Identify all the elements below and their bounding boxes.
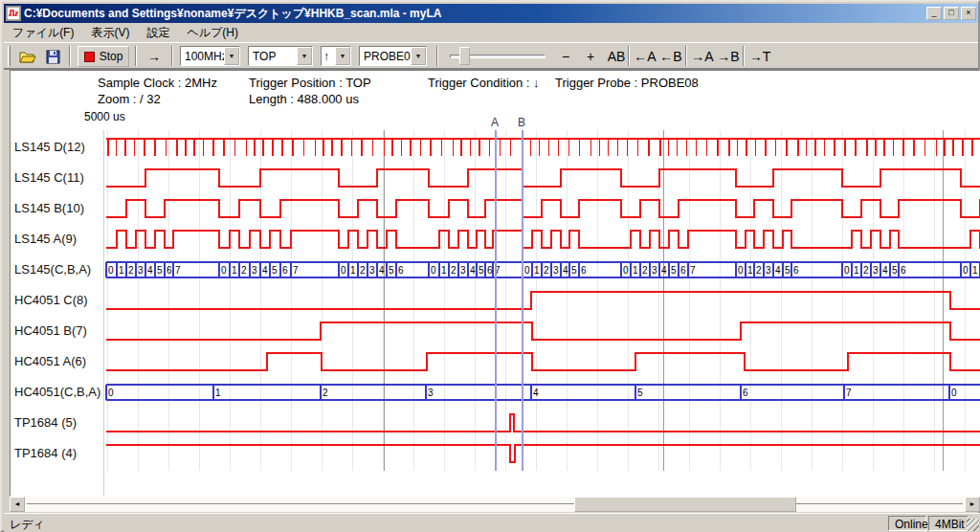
chevron-down-icon[interactable]: ▼: [297, 47, 312, 65]
window-title: C:¥Documents and Settings¥noname¥デスクトップ¥…: [24, 6, 926, 22]
toolbar-separator: [743, 46, 745, 66]
scroll-right-button[interactable]: ►: [965, 497, 980, 512]
window-controls: _ □ ×: [926, 7, 976, 20]
trigger-position-readout: Trigger Position : TOP: [249, 76, 371, 90]
channel-label: HC4051 C(8): [14, 293, 88, 307]
length-readout: Length : 488.000 us: [249, 92, 359, 106]
goto-a-right-button[interactable]: →A: [690, 46, 715, 67]
chevron-down-icon[interactable]: ▼: [224, 47, 239, 65]
probe-select[interactable]: PROBE00 ▼: [359, 46, 427, 66]
toolbar-gripper: [8, 46, 11, 66]
menu-file[interactable]: ファイル(F): [4, 23, 82, 43]
channel-label: TP1684 (4): [14, 446, 77, 460]
chevron-down-icon[interactable]: ▼: [335, 47, 350, 65]
toolbar-separator: [135, 46, 137, 66]
channel-label: HC4051(C,B,A): [14, 385, 100, 399]
chevron-down-icon[interactable]: ▼: [411, 47, 426, 65]
channel-label: HC4051 A(6): [14, 354, 86, 368]
menu-settings[interactable]: 設定: [138, 23, 178, 43]
scrollbar-thumb[interactable]: [574, 497, 796, 512]
channel-label: LS145(C,B,A): [14, 262, 91, 277]
channel-label: LS145 D(12): [14, 140, 85, 154]
toolbar-separator: [628, 46, 630, 66]
goto-b-left-button[interactable]: ←B: [658, 46, 683, 67]
status-memory-badge: 4MBit: [928, 516, 969, 531]
floppy-disk-icon: [46, 50, 60, 64]
minimize-button[interactable]: _: [926, 7, 942, 20]
title-bar[interactable]: C:¥Documents and Settings¥noname¥デスクトップ¥…: [4, 4, 978, 23]
stop-label: Stop: [100, 50, 123, 63]
open-file-button[interactable]: [16, 46, 39, 67]
scroll-left-button[interactable]: ◄: [10, 497, 25, 512]
save-button[interactable]: [41, 46, 64, 67]
toolbar: Stop → 100MHz ▼ TOP ▼ ↑ ▼ PROBE00 ▼ − + …: [4, 42, 978, 70]
ab-cursors-button[interactable]: AB: [604, 46, 629, 67]
waveform-panel[interactable]: [10, 70, 980, 497]
goto-b-right-button[interactable]: →B: [716, 46, 741, 67]
goto-trigger-button[interactable]: →T: [747, 46, 772, 67]
status-bar: レディ Online 4MBit: [4, 513, 980, 532]
zoom-slider-thumb[interactable]: [459, 47, 470, 65]
channel-label: LS145 C(11): [14, 170, 84, 185]
sample-clock-readout: Sample Clock : 2MHz: [98, 76, 217, 90]
status-online-badge: Online: [888, 516, 926, 531]
channel-label: HC4051 B(7): [14, 323, 87, 338]
menu-help[interactable]: ヘルプ(H): [178, 23, 247, 43]
zoom-in-button[interactable]: +: [580, 46, 601, 67]
scrollbar-track-line: [27, 503, 963, 504]
maximize-button[interactable]: □: [944, 7, 959, 20]
trigger-edge-select[interactable]: ↑ ▼: [321, 46, 351, 66]
cursor-a-label[interactable]: A: [491, 116, 499, 129]
resize-grip[interactable]: [967, 519, 979, 531]
cursor-b-label[interactable]: B: [518, 116, 525, 129]
channel-label: LS145 B(10): [14, 201, 84, 215]
toolbar-separator: [436, 46, 438, 66]
open-folder-icon: [19, 50, 36, 64]
time-scale-label: 5000 us: [84, 110, 125, 123]
channel-label: LS145 A(9): [14, 232, 77, 246]
status-ready-text: レディ: [10, 517, 45, 532]
app-icon: [6, 6, 21, 21]
run-button[interactable]: →: [141, 46, 167, 67]
toolbar-separator: [69, 46, 71, 66]
toolbar-separator: [171, 46, 173, 66]
close-button[interactable]: ×: [961, 7, 976, 20]
stop-button[interactable]: Stop: [78, 46, 129, 67]
trigger-position-select[interactable]: TOP ▼: [248, 46, 313, 66]
horizontal-scrollbar[interactable]: ◄ ►: [10, 497, 980, 512]
stop-square-icon: [84, 52, 95, 62]
zoom-readout: Zoom : / 32: [98, 92, 161, 106]
clock-select[interactable]: 100MHz ▼: [180, 46, 240, 66]
channel-label: TP1684 (5): [14, 415, 77, 430]
menu-view[interactable]: 表示(V): [82, 23, 138, 43]
zoom-out-button[interactable]: −: [555, 46, 576, 67]
application-window: C:¥Documents and Settings¥noname¥デスクトップ¥…: [0, 0, 980, 532]
trigger-probe-readout: Trigger Probe : PROBE08: [555, 76, 699, 90]
menu-bar: ファイル(F) 表示(V) 設定 ヘルプ(H): [4, 23, 978, 42]
toolbar-separator: [685, 46, 687, 66]
goto-a-left-button[interactable]: ←A: [633, 46, 657, 67]
trigger-condition-readout: Trigger Condition : ↓: [428, 76, 540, 90]
